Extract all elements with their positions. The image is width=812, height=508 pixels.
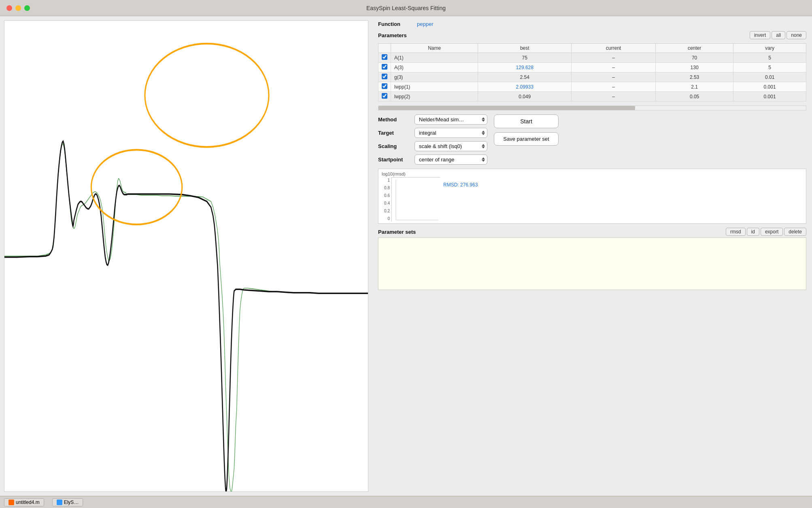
param-name: A(1) (391, 53, 478, 63)
param-checkbox-2[interactable] (382, 74, 387, 79)
param-checkbox-3[interactable] (382, 83, 387, 89)
taskbar-label-1: untitled4.m (16, 500, 40, 505)
param-vary[interactable]: 0.001 (733, 82, 806, 92)
rmsd-button[interactable]: rmsd (726, 228, 746, 236)
param-best: 2.54 (478, 72, 572, 82)
window-title: EasySpin Least-Squares Fitting (366, 5, 446, 11)
param-center[interactable]: 0.05 (655, 92, 733, 102)
col-best: best (478, 44, 572, 53)
settings-grid: Method Nelder/Mead sim… Target (378, 114, 487, 165)
scaling-select[interactable]: scale & shift (lsq0) (415, 141, 487, 151)
param-current: – (572, 53, 656, 63)
main-container: Function pepper Parameters invert all no… (0, 16, 812, 496)
close-button[interactable] (6, 5, 12, 11)
param-current: – (572, 92, 656, 102)
parameters-header: Parameters invert all none (378, 31, 806, 39)
col-vary: vary (733, 44, 806, 53)
taskbar-item-2[interactable]: ElyS… (52, 498, 83, 506)
action-buttons: Start Save parameter set (494, 114, 559, 146)
col-current: current (572, 44, 656, 53)
param-name: g(3) (391, 72, 478, 82)
svg-rect-0 (4, 21, 368, 491)
param-name: lwpp(1) (391, 82, 478, 92)
rmsd-axis-tick: 0.8 (380, 186, 390, 190)
method-label: Method (378, 116, 410, 123)
rmsd-section: log10(rmsd) 10.80.60.40.20 (378, 169, 806, 224)
delete-button[interactable]: delete (784, 228, 806, 236)
param-checkbox-0[interactable] (382, 54, 387, 60)
taskbar-icon-2 (57, 500, 62, 505)
param-current: – (572, 82, 656, 92)
param-best: 0.049 (478, 92, 572, 102)
parameters-label: Parameters (378, 32, 410, 38)
method-select-wrapper: Nelder/Mead sim… (415, 114, 487, 125)
parameters-table: Name best current center vary A(1)75–705… (378, 43, 806, 102)
params-buttons: invert all none (750, 31, 806, 39)
param-sets-label: Parameter sets (378, 229, 416, 235)
param-name: A(3) (391, 63, 478, 72)
all-button[interactable]: all (772, 31, 785, 39)
table-row: lwpp(1)2.09933–2.10.001 (378, 82, 806, 92)
method-select[interactable]: Nelder/Mead sim… (415, 114, 487, 125)
param-checkbox-1[interactable] (382, 64, 387, 70)
param-best: 75 (478, 53, 572, 63)
window-controls[interactable] (6, 5, 30, 11)
col-check (378, 44, 391, 53)
param-center[interactable]: 2.53 (655, 72, 733, 82)
function-value: pepper (417, 21, 433, 27)
rmsd-title: log10(rmsd) (380, 171, 440, 177)
rmsd-axis-tick: 0.6 (380, 193, 390, 198)
maximize-button[interactable] (24, 5, 30, 11)
scaling-row: Scaling scale & shift (lsq0) (378, 141, 487, 151)
table-row: g(3)2.54–2.530.01 (378, 72, 806, 82)
table-scrollbar[interactable] (378, 106, 806, 110)
param-vary[interactable]: 0.01 (733, 72, 806, 82)
param-checkbox-4[interactable] (382, 93, 387, 99)
chart-area (4, 20, 368, 492)
param-center[interactable]: 70 (655, 53, 733, 63)
id-button[interactable]: id (747, 228, 759, 236)
param-current: – (572, 63, 656, 72)
param-sets-area (378, 237, 806, 290)
save-parameter-set-button[interactable]: Save parameter set (494, 132, 559, 146)
epr-chart (4, 21, 368, 491)
taskbar: untitled4.m ElyS… (0, 496, 812, 508)
rmsd-plot-area: 10.80.60.40.20 (380, 177, 440, 222)
param-vary[interactable]: 0.001 (733, 92, 806, 102)
param-best: 129.628 (478, 63, 572, 72)
param-sets-header: Parameter sets rmsd id export delete (378, 228, 806, 236)
target-select[interactable]: integral (415, 128, 487, 138)
target-label: Target (378, 130, 410, 136)
function-row: Function pepper (378, 21, 806, 27)
svg-rect-3 (392, 178, 440, 222)
startpoint-select[interactable]: center of range (415, 155, 487, 165)
startpoint-select-wrapper: center of range (415, 155, 487, 165)
param-vary[interactable]: 5 (733, 63, 806, 72)
invert-button[interactable]: invert (750, 31, 770, 39)
scaling-select-wrapper: scale & shift (lsq0) (415, 141, 487, 151)
param-name: lwpp(2) (391, 92, 478, 102)
rmsd-y-axis: 10.80.60.40.20 (380, 177, 390, 222)
startpoint-row: Startpoint center of range (378, 155, 487, 165)
table-row: lwpp(2)0.049–0.050.001 (378, 92, 806, 102)
startpoint-label: Startpoint (378, 157, 410, 163)
export-button[interactable]: export (761, 228, 783, 236)
target-select-wrapper: integral (415, 128, 487, 138)
taskbar-item-1[interactable]: untitled4.m (4, 498, 44, 506)
function-label: Function (378, 21, 410, 27)
target-row: Target integral (378, 128, 487, 138)
method-row: Method Nelder/Mead sim… (378, 114, 487, 125)
minimize-button[interactable] (15, 5, 21, 11)
param-center[interactable]: 130 (655, 63, 733, 72)
col-name: Name (391, 44, 478, 53)
taskbar-label-2: ElyS… (64, 500, 79, 505)
start-button[interactable]: Start (494, 114, 559, 128)
right-panel: Function pepper Parameters invert all no… (372, 16, 812, 496)
none-button[interactable]: none (786, 31, 806, 39)
controls-row: Method Nelder/Mead sim… Target (378, 114, 806, 165)
param-center[interactable]: 2.1 (655, 82, 733, 92)
col-center: center (655, 44, 733, 53)
param-vary[interactable]: 5 (733, 53, 806, 63)
parameter-sets-section: Parameter sets rmsd id export delete (378, 228, 806, 491)
param-sets-buttons: rmsd id export delete (726, 228, 806, 236)
